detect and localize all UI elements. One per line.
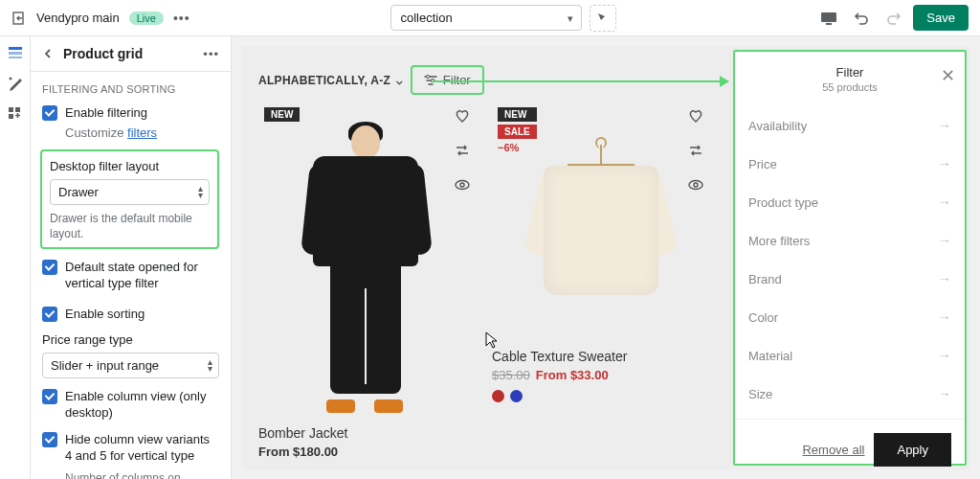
- checkbox-label: Default state opened for vertical type f…: [65, 259, 219, 292]
- arrow-right-icon: →: [938, 271, 951, 286]
- checkbox-icon: [42, 260, 57, 275]
- more-icon[interactable]: •••: [173, 11, 190, 26]
- sections-icon[interactable]: [7, 44, 24, 61]
- arrow-right-icon: →: [938, 309, 951, 325]
- swatch[interactable]: [492, 390, 504, 402]
- svg-point-13: [460, 183, 464, 187]
- svg-rect-2: [826, 23, 832, 25]
- svg-point-14: [689, 181, 702, 190]
- arrow-right-icon: →: [938, 194, 951, 210]
- filter-row-brand[interactable]: Brand→: [748, 260, 951, 298]
- desktop-filter-layout-select[interactable]: Drawer ▴▾: [50, 179, 210, 205]
- quickview-icon[interactable]: [454, 176, 471, 194]
- checkbox-icon: [42, 432, 57, 447]
- field-label: Price range type: [42, 332, 219, 347]
- settings-sidebar: Product grid ••• FILTERING AND SORTING E…: [31, 36, 232, 479]
- field-hint: Drawer is the default mobile layout.: [50, 211, 210, 241]
- drawer-body: Availability→ Price→ Product type→ More …: [735, 101, 965, 419]
- section-heading: FILTERING AND SORTING: [42, 83, 219, 95]
- redo-icon[interactable]: [880, 5, 907, 32]
- new-badge: NEW: [498, 107, 537, 122]
- product-card[interactable]: NEW SALE −6% Cable Texture Sweater $35.0…: [492, 102, 710, 402]
- svg-rect-4: [9, 52, 22, 55]
- product-price: From $180.00: [258, 445, 477, 459]
- svg-rect-1: [821, 12, 836, 22]
- checkbox-label: Hide column view variants 4 and 5 for ve…: [65, 431, 219, 465]
- arrow-right-icon: →: [938, 348, 951, 363]
- hide-variants-checkbox[interactable]: Hide column view variants 4 and 5 for ve…: [42, 431, 219, 465]
- customize-filters-text: Customize filters: [65, 125, 219, 140]
- swatch[interactable]: [510, 390, 523, 402]
- color-swatches[interactable]: [492, 390, 710, 402]
- compare-icon[interactable]: [454, 142, 471, 159]
- desktop-filter-layout-field: Desktop filter layout Drawer ▴▾ Drawer i…: [40, 149, 219, 249]
- svg-point-15: [694, 183, 698, 187]
- default-state-checkbox[interactable]: Default state opened for vertical type f…: [42, 259, 219, 292]
- heart-icon[interactable]: [687, 107, 704, 125]
- sidebar-title: Product grid: [63, 46, 203, 61]
- top-bar: Vendypro main Live ••• collection ▾ Save: [0, 0, 980, 36]
- svg-rect-7: [9, 107, 13, 112]
- product-card[interactable]: NEW Bomber Jacket From $180.00: [258, 102, 477, 459]
- back-icon[interactable]: [42, 48, 54, 59]
- exit-icon[interactable]: [11, 11, 27, 26]
- svg-rect-9: [9, 114, 13, 119]
- svg-point-12: [456, 181, 469, 190]
- left-rail: [0, 36, 31, 479]
- live-badge: Live: [129, 11, 164, 25]
- select-value: Slider + input range: [51, 358, 159, 373]
- filter-row-price[interactable]: Price→: [748, 145, 951, 183]
- undo-icon[interactable]: [848, 5, 875, 32]
- field-hint: Number of columns on desktop must be 2 o…: [65, 470, 219, 479]
- save-button[interactable]: Save: [913, 5, 969, 31]
- price-range-select[interactable]: Slider + input range ▴▾: [42, 353, 219, 378]
- svg-rect-5: [9, 57, 22, 58]
- filter-row-color[interactable]: Color→: [748, 298, 951, 336]
- checkbox-icon: [42, 307, 57, 322]
- quickview-icon[interactable]: [687, 176, 704, 194]
- enable-sorting-checkbox[interactable]: Enable sorting: [42, 306, 219, 323]
- filter-row-more[interactable]: More filters→: [748, 221, 951, 260]
- close-icon[interactable]: ✕: [941, 65, 955, 86]
- column-view-checkbox[interactable]: Enable column view (only desktop): [42, 388, 219, 422]
- enable-filtering-checkbox[interactable]: Enable filtering: [42, 104, 219, 122]
- field-label: Desktop filter layout: [50, 159, 210, 173]
- checkbox-label: Enable filtering: [65, 104, 147, 122]
- product-image: [296, 125, 439, 413]
- annotation-arrow: [433, 80, 727, 82]
- page-selector[interactable]: collection ▾: [390, 5, 582, 31]
- svg-point-6: [9, 78, 11, 80]
- updown-icon: ▴▾: [208, 358, 212, 372]
- filter-row-size[interactable]: Size→: [748, 375, 951, 413]
- sort-dropdown[interactable]: ALPHABETICALLY, A-Z ⌵: [258, 74, 403, 87]
- inspector-button[interactable]: [590, 5, 616, 32]
- product-title: Bomber Jacket: [258, 425, 477, 441]
- svg-rect-3: [9, 47, 22, 50]
- checkbox-label: Enable sorting: [65, 306, 145, 323]
- filters-link[interactable]: filters: [127, 125, 157, 140]
- product-image: [529, 145, 673, 317]
- filter-row-material[interactable]: Material→: [748, 336, 951, 375]
- sale-badge: SALE: [498, 125, 537, 139]
- checkbox-icon: [42, 105, 57, 121]
- apply-button[interactable]: Apply: [874, 433, 951, 467]
- sidebar-more-icon[interactable]: •••: [203, 47, 219, 61]
- theme-name: Vendypro main: [36, 11, 120, 25]
- updown-icon: ▴▾: [198, 185, 203, 198]
- select-value: Drawer: [58, 185, 99, 199]
- filter-row-product-type[interactable]: Product type→: [748, 183, 951, 221]
- compare-icon[interactable]: [687, 142, 704, 159]
- filter-drawer: Filter 55 products ✕ Availability→ Price…: [733, 50, 967, 466]
- remove-all-link[interactable]: Remove all: [802, 443, 864, 457]
- chevron-down-icon: ⌵: [392, 75, 403, 86]
- heart-icon[interactable]: [454, 107, 471, 125]
- theme-settings-icon[interactable]: [7, 75, 24, 92]
- drawer-subtitle: 55 products: [748, 81, 951, 93]
- drawer-title: Filter: [748, 65, 951, 80]
- theme-preview: ALPHABETICALLY, A-Z ⌵ Filter NEW: [232, 36, 980, 479]
- arrow-right-icon: →: [938, 386, 951, 401]
- arrow-right-icon: →: [938, 118, 951, 133]
- app-embeds-icon[interactable]: [7, 105, 24, 123]
- filter-row-availability[interactable]: Availability→: [748, 106, 951, 145]
- desktop-viewport-icon[interactable]: [815, 5, 842, 32]
